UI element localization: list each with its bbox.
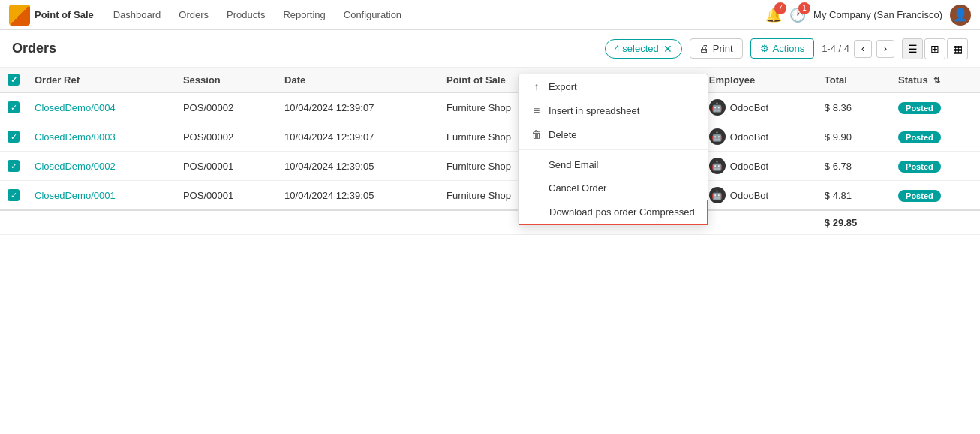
- menu-export-label: Export: [549, 81, 577, 92]
- nav-dashboard[interactable]: Dashboard: [106, 6, 169, 23]
- grand-total-row: $ 29.85: [0, 210, 980, 235]
- page-title: Orders: [12, 41, 56, 56]
- export-icon: ↑: [531, 80, 543, 92]
- menu-send-email[interactable]: Send Email: [519, 153, 708, 176]
- th-employee: Employee: [702, 68, 817, 92]
- menu-cancel-label: Cancel Order: [549, 182, 606, 194]
- menu-cancel-order[interactable]: Cancel Order: [519, 176, 708, 200]
- notification-bell[interactable]: 🔔 7: [765, 7, 782, 23]
- status-badge: Posted: [898, 161, 941, 173]
- table-row: ClosedDemo/0004 POS/00002 10/04/2024 12:…: [0, 92, 980, 122]
- row-status: Posted: [891, 92, 980, 122]
- menu-download-compressed[interactable]: Download pos order Compressed: [519, 200, 708, 225]
- row-checkbox[interactable]: [8, 189, 20, 201]
- employee-avatar: 🤖: [709, 99, 726, 116]
- row-session: POS/00001: [176, 181, 277, 211]
- th-status: Status ⇅: [891, 68, 980, 92]
- logo-icon: [9, 5, 30, 26]
- th-session: Session: [176, 68, 277, 92]
- status-badge: Posted: [898, 190, 941, 202]
- th-checkbox[interactable]: [0, 68, 27, 92]
- row-status: Posted: [891, 122, 980, 152]
- pagination-text: 1-4 / 4: [822, 43, 849, 54]
- nav-configuration[interactable]: Configuration: [336, 6, 409, 23]
- row-date: 10/04/2024 12:39:07: [277, 122, 439, 152]
- prev-page-button[interactable]: ‹: [854, 40, 872, 58]
- row-employee: 🤖 OdooBot: [702, 92, 817, 122]
- menu-insert-spreadsheet[interactable]: ≡ Insert in spreadsheet: [519, 98, 708, 122]
- row-checkbox[interactable]: [8, 160, 20, 172]
- pagination: 1-4 / 4 ‹ ›: [822, 40, 894, 58]
- actions-button[interactable]: ⚙ Actions: [750, 38, 815, 59]
- notif-count-2: 1: [798, 2, 810, 14]
- row-session: POS/00002: [176, 122, 277, 152]
- row-total: $ 4.81: [817, 181, 891, 211]
- close-selection-icon[interactable]: ✕: [663, 43, 672, 55]
- row-checkbox-cell[interactable]: [0, 122, 27, 152]
- table-row: ClosedDemo/0003 POS/00002 10/04/2024 12:…: [0, 122, 980, 152]
- select-all-checkbox[interactable]: [8, 74, 20, 86]
- menu-delete-label: Delete: [549, 129, 577, 140]
- user-avatar[interactable]: 👤: [950, 5, 971, 26]
- row-total: $ 8.36: [817, 92, 891, 122]
- nav-orders[interactable]: Orders: [171, 6, 216, 23]
- sort-icon[interactable]: ⇅: [933, 76, 940, 85]
- toolbar: Orders 4 selected ✕ 🖨 Print ⚙ Actions 1-…: [0, 30, 980, 68]
- topnav-right: 🔔 7 🕐 1 My Company (San Francisco) 👤: [765, 5, 971, 26]
- employee-name: OdooBot: [730, 190, 768, 201]
- row-checkbox[interactable]: [8, 131, 20, 143]
- status-badge: Posted: [898, 131, 941, 143]
- menu-delete[interactable]: 🗑 Delete: [519, 122, 708, 146]
- menu-divider-1: [519, 149, 708, 150]
- row-employee: 🤖 OdooBot: [702, 181, 817, 211]
- notification-clock[interactable]: 🕐 1: [789, 7, 806, 23]
- table-row: ClosedDemo/0002 POS/00001 10/04/2024 12:…: [0, 152, 980, 181]
- pivot-view-button[interactable]: ▦: [947, 38, 968, 59]
- orders-table: Order Ref Session Date Point of Sale Rec…: [0, 68, 980, 235]
- row-date: 10/04/2024 12:39:05: [277, 181, 439, 211]
- spreadsheet-icon: ≡: [531, 104, 543, 116]
- top-nav: Point of Sale Dashboard Orders Products …: [0, 0, 980, 30]
- row-date: 10/04/2024 12:39:05: [277, 152, 439, 181]
- th-order-ref: Order Ref: [27, 68, 176, 92]
- nav-reporting[interactable]: Reporting: [275, 6, 332, 23]
- list-view-button[interactable]: ☰: [902, 38, 923, 59]
- employee-avatar: 🤖: [709, 128, 726, 145]
- print-icon: 🖨: [699, 43, 709, 54]
- employee-name: OdooBot: [730, 102, 768, 113]
- th-date: Date: [277, 68, 439, 92]
- menu-download-label: Download pos order Compressed: [549, 206, 695, 218]
- menu-send-email-label: Send Email: [549, 159, 598, 170]
- employee-avatar: 🤖: [709, 187, 726, 203]
- selected-badge[interactable]: 4 selected ✕: [605, 39, 682, 59]
- kanban-view-button[interactable]: ⊞: [924, 38, 945, 59]
- row-checkbox-cell[interactable]: [0, 152, 27, 181]
- row-date: 10/04/2024 12:39:07: [277, 92, 439, 122]
- app-logo[interactable]: Point of Sale: [9, 5, 94, 26]
- row-checkbox[interactable]: [8, 101, 20, 113]
- nav-products[interactable]: Products: [219, 6, 272, 23]
- company-name[interactable]: My Company (San Francisco): [813, 9, 942, 20]
- print-button[interactable]: 🖨 Print: [690, 38, 743, 59]
- row-employee: 🤖 OdooBot: [702, 152, 817, 181]
- table-container: Order Ref Session Date Point of Sale Rec…: [0, 68, 980, 235]
- grand-total: $ 29.85: [817, 210, 891, 235]
- status-badge: Posted: [898, 102, 941, 114]
- row-order-ref[interactable]: ClosedDemo/0001: [27, 181, 176, 211]
- row-checkbox-cell[interactable]: [0, 181, 27, 211]
- row-order-ref[interactable]: ClosedDemo/0002: [27, 152, 176, 181]
- employee-avatar: 🤖: [709, 158, 726, 174]
- row-status: Posted: [891, 152, 980, 181]
- row-checkbox-cell[interactable]: [0, 92, 27, 122]
- employee-name: OdooBot: [730, 161, 768, 172]
- row-session: POS/00001: [176, 152, 277, 181]
- menu-export[interactable]: ↑ Export: [519, 74, 708, 98]
- row-order-ref[interactable]: ClosedDemo/0004: [27, 92, 176, 122]
- employee-name: OdooBot: [730, 131, 768, 143]
- notif-count-1: 7: [774, 2, 786, 14]
- row-order-ref[interactable]: ClosedDemo/0003: [27, 122, 176, 152]
- print-label: Print: [713, 43, 733, 54]
- row-employee: 🤖 OdooBot: [702, 122, 817, 152]
- next-page-button[interactable]: ›: [876, 40, 894, 58]
- row-session: POS/00002: [176, 92, 277, 122]
